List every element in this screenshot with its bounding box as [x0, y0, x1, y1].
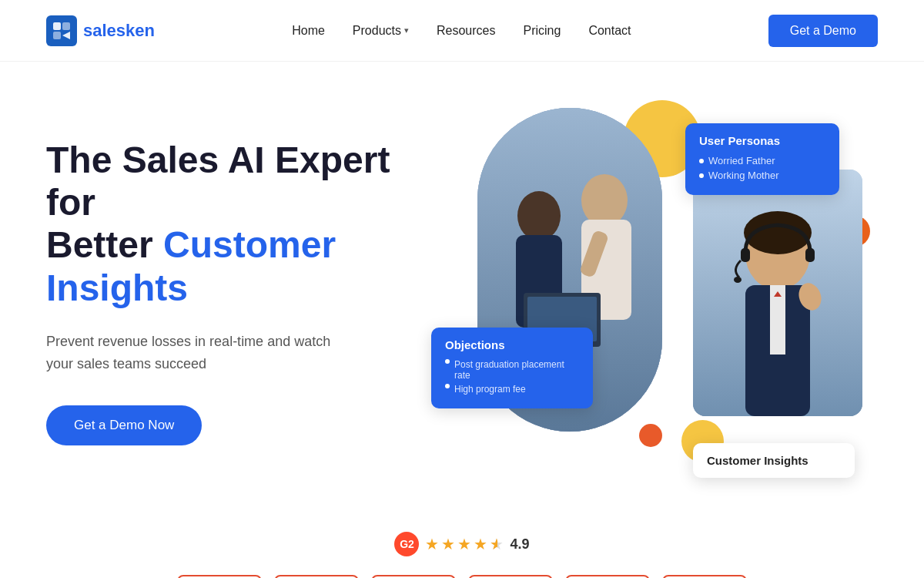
badge-momentum-leader: G2 Momentum Leader WINTER — [371, 575, 456, 578]
nav-resources[interactable]: Resources — [437, 24, 495, 38]
badge-high-performer: G2 High Performer WINTER — [177, 575, 262, 578]
star-4: ★ — [474, 535, 487, 553]
star-rating: ★ ★ ★ ★ ★ ★ — [425, 535, 504, 553]
card-objections-item-2: High program fee — [445, 384, 579, 395]
badge-easiest-business: G2 Easiest To Do Business With Mid-Marke… — [565, 575, 650, 578]
hero-section: The Sales AI Expert for Better Customer … — [0, 62, 924, 509]
svg-point-7 — [581, 174, 628, 227]
nav-contact[interactable]: Contact — [588, 24, 631, 38]
card-objections-item-1: Post graduation placement rate — [445, 359, 579, 381]
support-image-inner — [693, 170, 862, 416]
g2-rating: G2 ★ ★ ★ ★ ★ ★ 4.9 — [394, 532, 529, 556]
logo[interactable]: salesken — [46, 15, 155, 46]
svg-point-5 — [517, 191, 561, 240]
hero-support-image — [693, 170, 862, 416]
star-half: ★ ★ — [490, 535, 504, 553]
hero-cta-button[interactable]: Get a Demo Now — [46, 405, 202, 445]
star-3: ★ — [457, 535, 471, 553]
card-user-personas-item-1: Worried Father — [699, 155, 825, 166]
card-objections-title: Objections — [445, 338, 579, 351]
rating-score: 4.9 — [510, 536, 529, 553]
badges-container: G2 High Performer WINTER G2 Leader WINTE… — [177, 575, 747, 578]
card-user-personas-item-2: Working Mother — [699, 170, 825, 181]
star-1: ★ — [425, 535, 439, 553]
card-objections: Objections Post graduation placement rat… — [431, 328, 593, 408]
ratings-section: G2 ★ ★ ★ ★ ★ ★ 4.9 G2 High Performer WIN… — [0, 509, 924, 578]
card-insights-title: Customer Insights — [707, 454, 841, 467]
svg-rect-1 — [62, 22, 70, 30]
hero-subtitle: Prevent revenue losses in real-time and … — [46, 331, 354, 375]
g2-logo: G2 — [394, 532, 419, 556]
badge-leader: G2 Leader WINTER — [274, 575, 359, 578]
badge-best-usability: G2 Best Usability WINTER — [662, 575, 747, 578]
nav-demo-button[interactable]: Get a Demo — [768, 15, 878, 47]
hero-left: The Sales AI Expert for Better Customer … — [46, 108, 431, 445]
brand-name: salesken — [83, 21, 155, 41]
card-user-personas: User Personas Worried Father Working Mot… — [685, 123, 839, 195]
card-customer-insights: Customer Insights — [693, 443, 855, 478]
logo-icon — [46, 15, 77, 46]
hero-title: The Sales AI Expert for Better Customer … — [46, 139, 431, 309]
chevron-down-icon: ▾ — [404, 25, 409, 35]
bullet-icon — [699, 159, 704, 163]
badge-best-support: G2 Best Support Mid-Market — [468, 575, 553, 578]
nav-home[interactable]: Home — [292, 24, 325, 38]
svg-rect-2 — [53, 32, 61, 39]
nav-links: Home Products ▾ Resources Pricing Contac… — [292, 24, 631, 38]
bullet-icon — [445, 359, 450, 364]
bullet-icon — [445, 384, 450, 388]
svg-point-17 — [734, 277, 742, 283]
hero-visual: User Personas Worried Father Working Mot… — [431, 108, 878, 509]
card-user-personas-title: User Personas — [699, 134, 825, 147]
svg-rect-15 — [741, 248, 750, 262]
nav-pricing[interactable]: Pricing — [523, 24, 561, 38]
nav-products[interactable]: Products ▾ — [353, 24, 409, 38]
svg-rect-0 — [53, 22, 61, 30]
navbar: salesken Home Products ▾ Resources Prici… — [0, 0, 924, 62]
star-2: ★ — [441, 535, 455, 553]
svg-rect-16 — [805, 248, 815, 262]
bullet-icon — [699, 173, 704, 178]
